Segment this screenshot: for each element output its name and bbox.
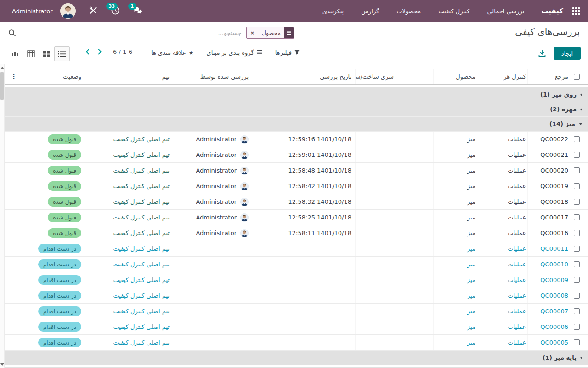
- table-row[interactable]: QC00016 عملیات میز 12:58:11 1401/10/18 A…: [5, 225, 588, 241]
- checked-by-name: Administrator: [196, 167, 237, 174]
- row-check-date: [277, 335, 355, 350]
- table-row[interactable]: QC00021 عملیات میز 12:59:01 1401/10/18 A…: [5, 147, 588, 163]
- list-view: مرجع کنترل هر محصول سری ساخت/سریال تاریخ…: [0, 64, 588, 368]
- row-check-date: 12:58:48 1401/10/18: [277, 163, 355, 178]
- table-row[interactable]: QC00009 عملیات میز تیم اصلی کنترل کیفیت …: [5, 272, 588, 288]
- menu-products[interactable]: محصولات: [388, 0, 430, 22]
- table-row[interactable]: QC00017 عملیات میز 12:58:25 1401/10/18 A…: [5, 210, 588, 225]
- kanban-view-button[interactable]: [39, 46, 54, 61]
- row-check-date: 12:58:11 1401/10/18: [277, 225, 355, 241]
- row-checkbox[interactable]: [574, 152, 580, 158]
- scroll-down-icon[interactable]: [0, 363, 4, 366]
- table-row[interactable]: QC00018 عملیات میز 12:58:32 1401/10/18 A…: [5, 194, 588, 210]
- row-check-date: [277, 304, 355, 319]
- search-input[interactable]: [16, 29, 246, 36]
- header-status[interactable]: وضعیت: [23, 69, 99, 84]
- header-check-date[interactable]: تاریخ بررسی: [277, 69, 355, 84]
- menu-overview[interactable]: بررسی اجمالی: [478, 0, 533, 22]
- row-checkbox[interactable]: [574, 277, 580, 283]
- table-row[interactable]: QC00022 عملیات میز 12:59:16 1401/10/18 A…: [5, 132, 588, 147]
- row-checkbox[interactable]: [574, 136, 580, 142]
- table-row[interactable]: QC00005 عملیات میز تیم اصلی کنترل کیفیت …: [5, 335, 588, 351]
- row-team: تیم اصلی کنترل کیفیت: [99, 272, 181, 288]
- group-header-row[interactable]: مهره (2): [5, 102, 588, 117]
- header-product[interactable]: محصول: [433, 69, 477, 84]
- row-team: تیم اصلی کنترل کیفیت: [99, 210, 181, 225]
- row-team: تیم اصلی کنترل کیفیت: [99, 225, 181, 241]
- table-row[interactable]: QC00010 عملیات میز تیم اصلی کنترل کیفیت …: [5, 257, 588, 272]
- row-reference: QC00018: [527, 194, 570, 209]
- row-lot-serial: [355, 272, 433, 288]
- row-reference: QC00009: [527, 272, 570, 288]
- scrollbar-thumb[interactable]: [0, 72, 4, 100]
- table-row[interactable]: QC00007 عملیات میز تیم اصلی کنترل کیفیت …: [5, 304, 588, 319]
- row-checkbox[interactable]: [574, 324, 580, 330]
- row-product: میز: [433, 194, 477, 209]
- row-control-per: عملیات: [477, 163, 527, 178]
- export-download-icon[interactable]: [538, 49, 546, 58]
- header-reference[interactable]: مرجع: [527, 69, 570, 84]
- favorites-button[interactable]: ★ علاقه مندی ها: [151, 49, 193, 56]
- row-checkbox[interactable]: [574, 308, 580, 314]
- row-checkbox[interactable]: [574, 293, 580, 299]
- vertical-scrollbar[interactable]: [0, 64, 5, 368]
- header-team[interactable]: تیم: [99, 69, 181, 84]
- row-checkbox[interactable]: [574, 261, 580, 267]
- row-checkbox[interactable]: [574, 214, 580, 220]
- status-badge: در دست اقدام: [38, 322, 81, 332]
- row-checkbox[interactable]: [574, 339, 580, 345]
- group-header-row[interactable]: میز (14): [5, 117, 588, 132]
- table-row[interactable]: QC00006 عملیات میز تیم اصلی کنترل کیفیت …: [5, 319, 588, 335]
- pager-previous-icon[interactable]: [83, 49, 92, 55]
- table-row[interactable]: QC00020 عملیات میز 12:58:48 1401/10/18 A…: [5, 163, 588, 178]
- menu-reporting[interactable]: گزارش: [352, 0, 388, 22]
- select-all-checkbox[interactable]: [574, 74, 580, 80]
- table-row[interactable]: QC00011 عملیات میز تیم اصلی کنترل کیفیت …: [5, 241, 588, 257]
- row-checkbox[interactable]: [574, 167, 580, 173]
- user-menu[interactable]: [55, 0, 81, 22]
- apps-grid-icon[interactable]: [572, 7, 580, 15]
- debug-tools-menu[interactable]: [83, 0, 103, 22]
- graph-view-button[interactable]: [7, 46, 23, 61]
- search-facet[interactable]: محصول ×: [246, 27, 294, 39]
- pager-value: 6 / 1-6: [113, 48, 132, 55]
- pager: 6 / 1-6: [83, 48, 132, 55]
- row-checked-by: Administrator: [181, 225, 277, 241]
- row-reference: QC00017: [527, 210, 570, 225]
- row-reference: QC00016: [527, 225, 570, 241]
- header-checked-by[interactable]: بررسی شده توسط: [181, 69, 277, 84]
- header-control-per[interactable]: کنترل هر: [477, 69, 527, 84]
- search-bar[interactable]: محصول ×: [7, 27, 294, 39]
- menu-quality-control[interactable]: کنترل کیفیت: [430, 0, 478, 22]
- row-checkbox[interactable]: [574, 246, 580, 252]
- list-view-button[interactable]: [54, 46, 70, 61]
- table-row[interactable]: QC00019 عملیات میز 12:58:42 1401/10/18 A…: [5, 178, 588, 194]
- create-button[interactable]: ایجاد: [554, 47, 581, 60]
- user-name[interactable]: Administrator: [11, 8, 53, 15]
- row-team: تیم اصلی کنترل کیفیت: [99, 132, 181, 147]
- row-checked-by: Administrator: [181, 194, 277, 209]
- control-panel: ایجاد فیلترها گروه بندی بر مبنای ★ علاقه…: [0, 43, 588, 64]
- pivot-view-button[interactable]: [23, 46, 39, 61]
- group-header-row[interactable]: روی میز (1): [5, 87, 588, 102]
- status-badge: قبول شده: [48, 134, 81, 144]
- facet-remove-icon[interactable]: ×: [247, 27, 258, 38]
- filters-button[interactable]: فیلترها: [275, 49, 300, 56]
- app-name[interactable]: کیفیت: [533, 7, 568, 15]
- row-lot-serial: [355, 132, 433, 147]
- row-checkbox[interactable]: [574, 230, 580, 236]
- menu-configuration[interactable]: پیکربندی: [314, 0, 352, 22]
- pager-next-icon[interactable]: [95, 49, 105, 55]
- header-lot-serial[interactable]: سری ساخت/سریال: [355, 69, 433, 84]
- optional-columns-icon[interactable]: ⋮: [11, 75, 17, 78]
- scroll-up-icon[interactable]: [0, 67, 4, 69]
- group-header-row[interactable]: پایه میز (1): [5, 351, 588, 365]
- row-reference: QC00022: [527, 132, 570, 147]
- status-badge: قبول شده: [48, 181, 81, 191]
- messages-menu[interactable]: 1: [127, 0, 148, 22]
- group-by-button[interactable]: گروه بندی بر مبنای: [207, 49, 262, 56]
- table-row[interactable]: QC00008 عملیات میز تیم اصلی کنترل کیفیت …: [5, 288, 588, 304]
- activities-menu[interactable]: 33: [105, 0, 125, 22]
- row-checkbox[interactable]: [574, 199, 580, 205]
- row-checkbox[interactable]: [574, 183, 580, 189]
